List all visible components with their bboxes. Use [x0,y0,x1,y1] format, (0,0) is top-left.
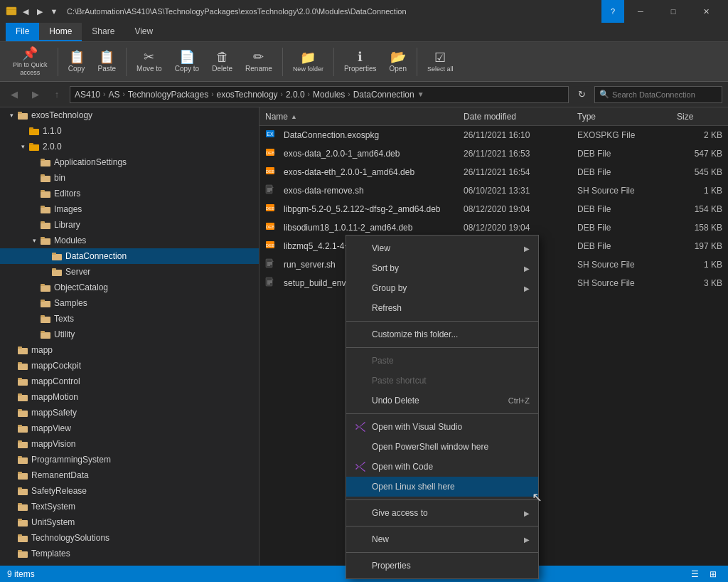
breadcrumb-item-as[interactable]: AS [108,90,119,100]
tab-home[interactable]: Home [39,23,82,41]
context-menu-item-groupby[interactable]: Group by ▶ [346,278,538,298]
col-header-type[interactable]: Type [572,107,671,125]
sidebar-item-mappcontrol[interactable]: mappControl [0,374,259,389]
help-button[interactable]: ? [601,0,624,23]
table-row[interactable]: exos-data-remove.sh 06/10/2021 13:31 SH … [259,181,728,200]
breadcrumb-item-as410[interactable]: AS410 [75,90,100,100]
sidebar-item-utility[interactable]: Utility [0,327,259,342]
context-menu-item-properties[interactable]: Properties [346,556,538,576]
table-row[interactable]: DEB exos-data-eth_2.0.0-1_amd64.deb 26/1… [259,163,728,181]
col-header-date[interactable]: Date modified [458,107,572,125]
col-header-size[interactable]: Size [671,107,728,125]
sidebar-item-dataconnection[interactable]: DataConnection [0,248,259,264]
context-menu-item-undodelete[interactable]: Undo Delete Ctrl+Z [346,391,538,411]
svg-rect-25 [41,284,45,286]
sidebar-item-server[interactable]: Server [0,264,259,280]
context-menu-item-customizethisfolder...[interactable]: Customize this folder... [346,324,538,344]
select-all-button[interactable]: ☑ Select all [422,48,459,75]
sidebar-item-library[interactable]: Library [0,217,259,233]
copy-button[interactable]: 📋 Copy [63,48,91,75]
pin-quickaccess-button[interactable]: 📌 Pin to Quickaccess [7,44,53,80]
sidebar-item-mappview[interactable]: mappView [0,420,259,436]
table-row[interactable]: DEB libpgm-5.2-0_5.2.122~dfsg-2_amd64.de… [259,200,728,218]
context-menu-item-openwithvisualstudio[interactable]: Open with Visual Studio [346,417,538,437]
sidebar-item-exostechnology[interactable]: ▾ exosTechnology [0,107,259,123]
close-button[interactable]: ✕ [690,0,722,23]
sidebar-item-mapp[interactable]: mapp [0,342,259,358]
context-menu-item-sortby[interactable]: Sort by ▶ [346,258,538,278]
new-folder-button[interactable]: 📁 New folder [287,48,329,75]
rename-button[interactable]: ✏ Rename [240,48,278,75]
breadcrumb-dropdown-arrow[interactable]: ▼ [417,90,424,98]
sidebar-item-remanentdata[interactable]: RemanentData [0,467,259,483]
back-nav-icon[interactable]: ◀ [20,6,31,17]
sidebar-item-unitsystem[interactable]: UnitSystem [0,514,259,530]
breadcrumb[interactable]: AS410 › AS › TechnologyPackages › exosTe… [70,86,569,103]
sidebar-item-textsystem[interactable]: TextSystem [0,499,259,514]
context-menu-item-giveaccessto[interactable]: Give access to ▶ [346,503,538,523]
details-view-button[interactable]: ☰ [687,567,702,581]
tree-label: mapp [31,345,53,355]
sidebar-item-applicationsettings[interactable]: ApplicationSettings [0,154,259,170]
breadcrumb-item-exos[interactable]: exosTechnology [217,90,278,100]
sidebar-item-technologysolutions[interactable]: TechnologySolutions [0,530,259,546]
sidebar-item-mappsafety[interactable]: mappSafety [0,405,259,420]
sidebar-item-modules[interactable]: ▾ Modules [0,233,259,248]
col-header-name[interactable]: Name ▲ [259,107,458,125]
minimize-button[interactable]: ─ [624,0,657,23]
svg-rect-55 [18,519,22,521]
context-menu-item-openwithcode[interactable]: Open with Code [346,457,538,477]
tab-file[interactable]: File [6,23,39,41]
delete-button[interactable]: 🗑 Delete [206,48,238,75]
context-menu-item-openpowershellwindowhere[interactable]: Open PowerShell window here [346,437,538,457]
table-row[interactable]: EX DataConnection.exospkg 26/11/2021 16:… [259,126,728,144]
sidebar-item-1.1.0[interactable]: 1.1.0 [0,123,259,139]
sidebar-item-images[interactable]: Images [0,201,259,217]
sidebar-item-2.0.0[interactable]: ▾ 2.0.0 [0,139,259,154]
forward-nav-icon[interactable]: ▶ [34,6,46,17]
svg-rect-58 [18,551,28,558]
sidebar-item-bin[interactable]: bin [0,170,259,186]
refresh-button[interactable]: ↻ [573,86,590,103]
tiles-view-button[interactable]: ⊞ [705,567,721,581]
sidebar-item-texts[interactable]: Texts [0,311,259,327]
properties-button[interactable]: ℹ Properties [338,48,382,75]
breadcrumb-item-version[interactable]: 2.0.0 [286,90,305,100]
file-name-cell: exos-data-remove.sh [259,181,458,199]
context-menu-item-openlinuxshellhere[interactable]: Open Linux shell here ↖ [346,477,538,497]
move-to-button[interactable]: ✂ Move to [131,48,168,75]
tab-share[interactable]: Share [82,23,124,41]
sidebar-item-mappcockpit[interactable]: mappCockpit [0,358,259,374]
sidebar-item-samples[interactable]: Samples [0,295,259,311]
search-box[interactable]: 🔍 Search DataConnection [594,86,722,103]
table-row[interactable]: DEB exos-data_2.0.0-1_amd64.deb 26/11/20… [259,144,728,163]
breadcrumb-item-modules[interactable]: Modules [313,90,345,100]
context-menu-item-new[interactable]: New ▶ [346,529,538,549]
context-menu-item-view[interactable]: View ▶ [346,238,538,258]
breadcrumb-item-techpkg[interactable]: TechnologyPackages [128,90,208,100]
context-menu-item-refresh[interactable]: Refresh [346,298,538,318]
sidebar-item-templates[interactable]: Templates [0,546,259,561]
sidebar-item-mappvision[interactable]: mappVision [0,436,259,452]
forward-button[interactable]: ▶ [27,86,44,103]
back-button[interactable]: ◀ [6,86,23,103]
sidebar-item-editors[interactable]: Editors [0,186,259,201]
svg-rect-36 [18,379,28,386]
up-button[interactable]: ↑ [48,86,65,103]
sidebar-item-mappmotion[interactable]: mappMotion [0,389,259,405]
tree-arrow-placeholder [6,344,17,356]
dropdown-icon[interactable]: ▼ [48,6,60,17]
sidebar-item-safetyrelease[interactable]: SafetyRelease [0,483,259,499]
ctx-item-content: New [355,534,389,545]
copy-to-button[interactable]: 📄 Copy to [169,48,205,75]
open-button[interactable]: 📂 Open [383,48,412,75]
paste-button[interactable]: 📋 Paste [92,48,122,75]
breadcrumb-item-dataconnection[interactable]: DataConnection [353,90,414,100]
sidebar-item-objectcatalog[interactable]: ObjectCatalog [0,280,259,295]
sidebar-item-programmingsystem[interactable]: ProgrammingSystem [0,452,259,467]
submenu-arrow-icon: ▶ [524,285,530,292]
tab-view[interactable]: View [124,23,163,41]
maximize-button[interactable]: □ [657,0,690,23]
tree-label: 1.1.0 [43,126,62,136]
svg-rect-80 [266,277,272,286]
